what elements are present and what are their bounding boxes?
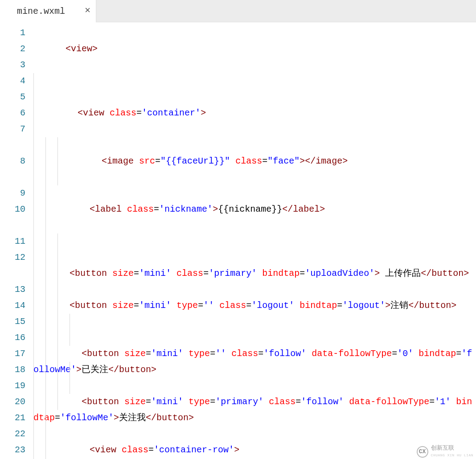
line-number: 21 [0, 410, 25, 426]
code-line: <label class='nickname'>{{nickname}}</la… [33, 185, 476, 234]
watermark-brand: 创新互联 [431, 445, 454, 451]
tab-bar: mine.wxml × [0, 0, 476, 22]
tab-title: mine.wxml [17, 6, 65, 16]
line-number: 4 [0, 73, 25, 89]
line-number: 3 [0, 57, 25, 73]
code-editor[interactable]: 1 2 3 4 5 6 7 8 9 10 11 12 13 14 15 16 1… [0, 22, 476, 459]
line-number: 14 [0, 298, 25, 314]
code-line [33, 346, 476, 362]
line-number: 1 [0, 25, 25, 41]
code-line: <button size='mini' type='' class='follo… [33, 314, 476, 346]
line-number: 11 [0, 234, 25, 250]
code-area[interactable]: <view> <view class='container'> <image s… [33, 22, 476, 459]
line-number: 22 [0, 426, 25, 442]
close-icon[interactable]: × [85, 6, 90, 16]
line-number: 20 [0, 394, 25, 410]
watermark-sub: CHUANG XIN HU LIAN [431, 453, 473, 457]
code-line [33, 73, 476, 89]
line-number: 12 [0, 250, 25, 282]
line-number: 2 [0, 41, 25, 57]
code-line: <view class='container-row'> [33, 426, 476, 459]
code-line [33, 298, 476, 314]
code-line [33, 394, 476, 410]
code-line: <button size='mini' type='' class='logou… [33, 266, 476, 298]
line-number: 13 [0, 282, 25, 298]
watermark: CX 创新互联 CHUANG XIN HU LIAN [417, 445, 473, 458]
line-number: 5 [0, 89, 25, 105]
code-line [33, 410, 476, 426]
line-number: 6 [0, 105, 25, 121]
code-line: <view> [33, 25, 476, 73]
line-number: 8 [0, 153, 25, 185]
line-number-gutter: 1 2 3 4 5 6 7 8 9 10 11 12 13 14 15 16 1… [0, 22, 33, 459]
line-number: 16 [0, 330, 25, 346]
code-line: <view class='container'> [33, 89, 476, 137]
code-line: <image src="{{faceUrl}}" class="face"></… [33, 137, 476, 185]
line-number: 17 [0, 346, 25, 362]
watermark-logo-icon: CX [417, 446, 428, 458]
line-number: 23 [0, 442, 25, 458]
tab-mine-wxml[interactable]: mine.wxml × [0, 0, 96, 22]
line-number: 9 [0, 185, 25, 201]
line-number: 15 [0, 314, 25, 330]
code-line: <button size='mini' type='primary' class… [33, 362, 476, 394]
line-number: 10 [0, 201, 25, 234]
line-number: 18 [0, 362, 25, 378]
line-number: 7 [0, 121, 25, 153]
line-number: 19 [0, 378, 25, 394]
code-line: <button size='mini' class='primary' bind… [33, 234, 476, 266]
